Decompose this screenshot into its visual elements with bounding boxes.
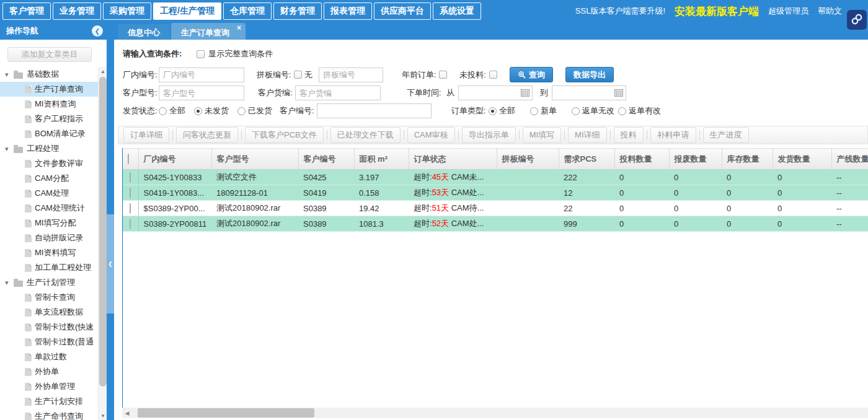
tree-item-9[interactable]: CAM处理统计	[0, 201, 98, 216]
column-header-5[interactable]: 拼板编号	[497, 149, 559, 170]
nav-item-5[interactable]: 财务管理	[273, 2, 322, 20]
panel-no-input[interactable]	[319, 68, 383, 82]
data-export-button[interactable]: 数据导出	[565, 67, 614, 82]
tree-item-13[interactable]: 加工单工程处理	[0, 260, 98, 275]
column-header-7[interactable]: 投料数量	[614, 149, 669, 170]
tree-item-3[interactable]: 客户工程指示	[0, 112, 98, 126]
tree-item-8[interactable]: CAM处理	[0, 186, 98, 201]
nav-item-4[interactable]: 仓库管理	[223, 2, 272, 20]
toolbar-button-9[interactable]: 补料申请	[650, 127, 696, 143]
tree-item-20[interactable]: 外协单	[0, 364, 98, 379]
tree-item-10[interactable]: MI填写分配	[0, 216, 98, 230]
tree-item-folder-5[interactable]: ▾工程处理	[0, 141, 98, 156]
tree-item-19[interactable]: 单款过数	[0, 349, 98, 364]
help-link[interactable]: 帮助文	[818, 6, 842, 17]
table-row[interactable]: S0419-1Y0083...180921128-01S04190.158超时:…	[123, 185, 868, 201]
toolbar-button-8[interactable]: 投料	[614, 127, 644, 143]
nav-item-2[interactable]: 采购管理	[103, 2, 151, 20]
tree-item-17[interactable]: 管制卡过数(快速	[0, 320, 98, 335]
nav-item-3[interactable]: 工程/生产管理	[153, 2, 221, 20]
factory-no-input[interactable]	[159, 68, 244, 82]
horizontal-scrollbar-thumb[interactable]	[138, 408, 314, 418]
tree-item-16[interactable]: 单支流程数据	[0, 305, 98, 320]
column-header-6[interactable]: 需求PCS	[559, 149, 614, 170]
tree-caret-icon[interactable]: ▾	[5, 279, 14, 287]
nav-item-1[interactable]: 业务管理	[53, 2, 101, 20]
splitter-collapse-handle[interactable]: ❮	[107, 214, 114, 313]
tree-caret-icon[interactable]: ▾	[5, 145, 14, 153]
sidebar-collapse-button[interactable]: ❮	[92, 25, 103, 37]
column-header-8[interactable]: 报废数量	[669, 149, 722, 170]
table-row[interactable]: S0389-2YP00811测试20180902.rarS03891081.3超…	[123, 216, 868, 232]
radio-option-返单有改[interactable]: 返单有改	[618, 105, 661, 116]
radio-option-全部[interactable]: 全部	[159, 105, 185, 116]
tree-item-folder-14[interactable]: ▾生产计划管理	[0, 275, 98, 290]
tree-item-21[interactable]: 外协单管理	[0, 379, 98, 394]
radio-option-新单[interactable]: 新单	[530, 105, 557, 116]
toolbar-button-6[interactable]: MI填写	[523, 127, 561, 143]
tree-item-12[interactable]: MI资料填写	[0, 245, 98, 260]
tree-item-11[interactable]: 自动拼版记录	[0, 230, 98, 245]
tree-item-23[interactable]: 生产命书查询	[0, 409, 98, 420]
nav-item-7[interactable]: 供应商平台	[374, 2, 431, 20]
search-button[interactable]: 查询	[510, 67, 553, 82]
tree-item-15[interactable]: 管制卡查询	[0, 290, 98, 305]
toolbar-button-4[interactable]: CAM审核	[407, 127, 455, 143]
column-header-9[interactable]: 库存数量	[722, 149, 773, 170]
tree-caret-icon[interactable]: ▾	[5, 71, 14, 79]
tab-1[interactable]: 生产订单查询×	[171, 23, 246, 40]
row-checkbox[interactable]	[130, 172, 131, 183]
radio-option-返单无改[interactable]: 返单无改	[572, 105, 614, 116]
tree-item-6[interactable]: 文件参数评审	[0, 156, 98, 171]
column-header-2[interactable]: 客户编号	[298, 149, 354, 170]
column-header-1[interactable]: 客户型号	[211, 149, 298, 170]
toolbar-button-2[interactable]: 下载客户PCB文件	[245, 127, 324, 143]
column-header-4[interactable]: 订单状态	[409, 149, 497, 170]
tree-item-2[interactable]: MI资料查询	[0, 97, 98, 112]
column-header-10[interactable]: 发货数量	[773, 149, 831, 170]
radio-icon[interactable]	[194, 107, 202, 115]
column-header-0[interactable]: 厂内编号	[138, 149, 211, 170]
row-checkbox[interactable]	[130, 203, 131, 214]
table-row[interactable]: S0425-1Y00833测试空文件S04253.197超时:45天 CAM未.…	[123, 170, 868, 185]
scroll-down-icon[interactable]: ▼	[99, 411, 107, 420]
customer-goods-no-input[interactable]	[295, 85, 381, 100]
sidebar-scrollbar-thumb[interactable]	[99, 77, 107, 387]
nav-item-8[interactable]: 系统设置	[433, 2, 481, 20]
install-client-link[interactable]: 安装最新版客户端	[675, 4, 759, 19]
panel-no-none-checkbox[interactable]	[294, 71, 302, 79]
tree-item-1[interactable]: 生产订单查询	[0, 82, 98, 97]
scroll-left-icon[interactable]: ◀	[122, 408, 132, 418]
radio-icon[interactable]	[618, 107, 626, 115]
toolbar-button-5[interactable]: 导出指示单	[462, 127, 516, 143]
nav-item-6[interactable]: 报表管理	[324, 2, 372, 20]
show-full-conditions-checkbox[interactable]	[197, 50, 205, 58]
radio-icon[interactable]	[159, 107, 167, 115]
radio-option-全部[interactable]: 全部	[489, 105, 515, 116]
tab-0[interactable]: 信息中心	[118, 24, 170, 40]
toolbar-button-7[interactable]: MI详细	[568, 127, 606, 143]
row-checkbox[interactable]	[130, 219, 131, 229]
customer-no-input[interactable]	[317, 103, 432, 118]
sidebar-scrollbar[interactable]: ▲ ▼	[98, 67, 107, 420]
radio-icon[interactable]	[237, 107, 246, 115]
pre-year-order-checkbox[interactable]	[439, 71, 447, 79]
tree-item-folder-0[interactable]: ▾基础数据	[0, 67, 98, 82]
scroll-up-icon[interactable]: ▲	[99, 67, 107, 76]
column-header-11[interactable]: 产线数量	[831, 149, 868, 170]
nav-item-0[interactable]: 客户管理	[2, 2, 51, 20]
table-row[interactable]: $S0389-2YP00...测试20180902.rarS038919.42超…	[123, 201, 868, 216]
radio-icon[interactable]	[530, 107, 538, 115]
radio-icon[interactable]	[572, 107, 580, 115]
chat-widget-button[interactable]	[847, 10, 867, 30]
select-all-checkbox[interactable]	[128, 154, 129, 164]
row-checkbox[interactable]	[130, 188, 131, 198]
toolbar-button-3[interactable]: 已处理文件下载	[330, 127, 401, 143]
radio-option-已发货[interactable]: 已发货	[237, 105, 272, 116]
column-header-3[interactable]: 面积 m²	[354, 149, 409, 170]
horizontal-scrollbar[interactable]: ◀	[122, 408, 868, 418]
add-category-button[interactable]: 添加新文章类目	[7, 47, 92, 62]
toolbar-button-1[interactable]: 问客状态更新	[176, 127, 238, 143]
current-user[interactable]: 超级管理员	[768, 6, 808, 17]
not-fed-checkbox[interactable]	[489, 71, 497, 79]
